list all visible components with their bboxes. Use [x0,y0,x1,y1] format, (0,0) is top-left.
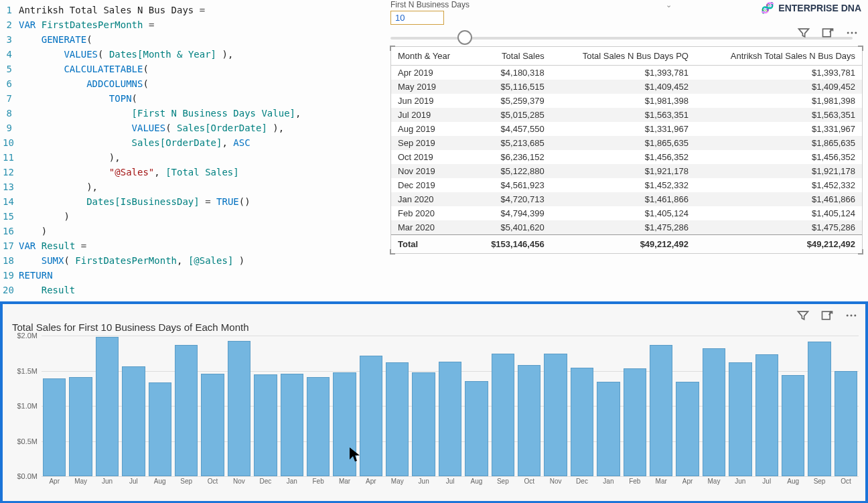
slicer-input[interactable] [390,11,444,25]
table-row[interactable]: May 2019$5,116,515$1,409,452$1,409,452 [391,80,862,94]
bar[interactable] [69,377,92,476]
y-tick-label: $1.0M [17,402,38,410]
bar[interactable] [624,368,646,476]
x-tick-label: Jul [439,478,461,485]
filter-icon[interactable] [796,308,810,323]
x-tick-label: Jan [597,478,620,485]
focus-mode-icon[interactable] [820,308,835,323]
bar[interactable] [228,341,250,476]
bar[interactable] [676,382,699,476]
bar[interactable] [43,378,66,476]
table-row[interactable]: Jul 2019$5,015,285$1,563,351$1,563,351 [391,108,862,122]
bar[interactable] [755,354,778,476]
table-row[interactable]: Jan 2020$4,720,713$1,461,866$1,461,866 [391,192,862,206]
column-header[interactable]: Antriksh Total Sales N Bus Days [695,47,862,66]
bar[interactable] [518,365,540,476]
column-header[interactable]: Month & Year [391,47,470,66]
x-tick-label: Apr [360,478,382,485]
x-tick-label: Jul [122,478,145,485]
x-tick-label: May [386,478,409,485]
chart-title: Total Sales for First 10 Business Days o… [12,321,859,333]
bar-chart-visual[interactable]: Total Sales for First 10 Business Days o… [0,301,868,503]
slicer-first-n-days[interactable]: First N Business Days ⌄ [390,0,863,40]
bar[interactable] [835,371,857,477]
table-row[interactable]: Sep 2019$5,213,685$1,865,635$1,865,635 [391,136,862,150]
x-tick-label: Feb [307,478,330,485]
bar[interactable] [782,375,804,476]
table-row[interactable]: Apr 2019$4,180,318$1,393,781$1,393,781 [391,66,862,80]
x-tick-label: Sep [492,478,514,485]
visual-toolbar [794,23,862,43]
x-tick-label: Apr [43,478,66,485]
bar[interactable] [597,382,620,476]
plot-area: $0.0M$0.5M$1.0M$1.5M$2.0M [42,336,859,476]
table-row[interactable]: Feb 2020$4,794,399$1,405,124$1,405,124 [391,206,862,220]
bar[interactable] [307,377,330,476]
y-tick-label: $2.0M [17,332,38,340]
x-tick-label: Sep [808,478,830,485]
bar[interactable] [703,348,725,476]
x-tick-label: Dec [571,478,593,485]
x-tick-label: Jun [729,478,751,485]
slider-thumb[interactable] [457,30,472,45]
x-tick-label: Sep [175,478,198,485]
dax-editor[interactable]: 1Antriksh Total Sales N Bus Days =2VAR F… [0,0,385,297]
svg-point-1 [847,32,849,34]
table-row[interactable]: Dec 2019$4,561,923$1,452,332$1,452,332 [391,178,862,192]
x-tick-label: Feb [624,478,646,485]
x-tick-label: Aug [465,478,488,485]
bar[interactable] [808,342,830,476]
table-row[interactable]: Aug 2019$4,457,550$1,331,967$1,331,967 [391,122,862,136]
bar[interactable] [254,374,277,476]
table-row[interactable]: Jun 2019$5,259,379$1,981,398$1,981,398 [391,94,862,108]
bar[interactable] [544,354,567,476]
bar[interactable] [386,362,409,476]
svg-point-6 [851,315,853,317]
table-row[interactable]: Oct 2019$6,236,152$1,456,352$1,456,352 [391,150,862,164]
y-axis: $0.0M$0.5M$1.0M$1.5M$2.0M [9,336,40,476]
bar[interactable] [439,362,461,476]
svg-rect-0 [823,29,831,37]
filter-icon[interactable] [796,25,811,40]
table-visual[interactable]: Month & YearTotal SalesTotal Sales N Bus… [390,46,863,254]
bar[interactable] [333,372,356,476]
bar[interactable] [465,381,488,476]
x-tick-label: May [703,478,725,485]
table-row[interactable]: Nov 2019$5,122,880$1,921,178$1,921,178 [391,164,862,178]
bar[interactable] [122,366,145,476]
bar[interactable] [650,345,672,476]
x-tick-label: Jan [281,478,303,485]
bar[interactable] [492,354,514,476]
bar[interactable] [571,368,593,476]
table-row[interactable]: Mar 2020$5,401,620$1,475,286$1,475,286 [391,220,862,235]
y-tick-label: $0.5M [17,437,38,445]
bar[interactable] [360,356,382,476]
data-table[interactable]: Month & YearTotal SalesTotal Sales N Bus… [391,47,862,253]
bar[interactable] [96,337,119,476]
slider-track[interactable] [390,37,853,40]
bar[interactable] [149,382,171,476]
svg-point-2 [851,32,853,34]
bar[interactable] [201,374,224,476]
x-tick-label: Aug [782,478,804,485]
column-header[interactable]: Total Sales N Bus Days PQ [551,47,695,66]
x-tick-label: Dec [254,478,277,485]
bars [42,336,859,476]
x-tick-label: Jun [96,478,119,485]
x-tick-label: Aug [149,478,171,485]
x-tick-label: Oct [518,478,540,485]
svg-rect-4 [822,311,830,319]
bar[interactable] [412,372,435,476]
focus-mode-icon[interactable] [820,25,835,40]
more-options-icon[interactable] [845,25,859,40]
chevron-down-icon[interactable]: ⌄ [666,1,672,9]
x-tick-label: Mar [650,478,672,485]
bar[interactable] [281,374,303,476]
x-axis: AprMayJunJulAugSepOctNovDecJanFebMarAprM… [42,476,859,485]
bar[interactable] [175,345,198,476]
more-options-icon[interactable] [844,308,859,323]
x-tick-label: Nov [544,478,567,485]
x-tick-label: Mar [333,478,356,485]
bar[interactable] [729,362,751,476]
column-header[interactable]: Total Sales [470,47,551,66]
